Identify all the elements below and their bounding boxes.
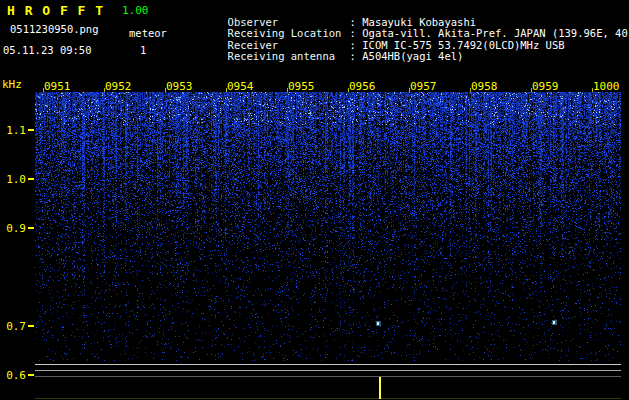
y-tick-mark bbox=[28, 129, 34, 131]
info-row-observer: Observer: Masayuki Kobayashi bbox=[177, 4, 629, 15]
x-tick-label: 0952 bbox=[105, 81, 132, 92]
info-colon: : bbox=[350, 16, 363, 28]
observation-datetime: 05.11.23 09:50 bbox=[3, 45, 92, 56]
signal-baseline bbox=[35, 398, 621, 399]
y-axis-unit-label: kHz bbox=[2, 79, 22, 90]
info-label: Observer bbox=[228, 16, 350, 28]
y-tick-mark bbox=[28, 178, 34, 180]
x-tick-label: 0958 bbox=[471, 81, 498, 92]
signal-level-line bbox=[35, 376, 621, 377]
y-tick-label: 0.9 bbox=[0, 223, 26, 234]
y-tick-mark bbox=[28, 227, 34, 229]
app-title: H R O F F T bbox=[7, 4, 104, 17]
info-value: Masayuki Kobayashi bbox=[362, 16, 476, 28]
signal-level-line bbox=[35, 370, 621, 371]
x-tick-label: 0951 bbox=[44, 81, 71, 92]
y-tick-label: 0.6 bbox=[0, 370, 26, 381]
signal-level-line bbox=[35, 364, 621, 365]
x-tick-label: 1000 bbox=[593, 81, 620, 92]
info-value: Ogata-vill. Akita-Pref. JAPAN (139.96E, … bbox=[362, 27, 629, 39]
station-info-block: Observer: Masayuki Kobayashi Receiving L… bbox=[177, 4, 629, 49]
y-tick-label: 0.7 bbox=[0, 321, 26, 332]
y-tick-mark bbox=[28, 325, 34, 327]
mode-label: meteor bbox=[129, 28, 167, 39]
x-tick-label: 0956 bbox=[349, 81, 376, 92]
spectrogram-canvas bbox=[35, 92, 621, 361]
signal-spike bbox=[379, 377, 381, 399]
info-colon: : bbox=[350, 27, 363, 39]
observation-count: 1 bbox=[140, 45, 146, 56]
output-filename: 0511230950.png bbox=[10, 24, 99, 35]
x-tick-label: 0955 bbox=[288, 81, 315, 92]
x-tick-label: 0954 bbox=[227, 81, 254, 92]
info-label: Receiving antenna bbox=[228, 50, 350, 62]
info-value: ICOM IC-575 53.7492(0LCD)MHz USB bbox=[362, 39, 564, 51]
y-tick-label: 1.1 bbox=[0, 125, 26, 136]
info-value: A504HB(yagi 4el) bbox=[362, 50, 463, 62]
hrofft-window: H R O F F T 1.00 0511230950.png meteor 0… bbox=[0, 0, 629, 400]
info-label: Receiving Location bbox=[228, 27, 350, 39]
info-colon: : bbox=[350, 39, 363, 51]
info-label: Receiver bbox=[228, 39, 350, 51]
y-tick-mark bbox=[28, 374, 34, 376]
x-tick-label: 0953 bbox=[166, 81, 193, 92]
version-label: 1.00 bbox=[122, 5, 149, 16]
x-tick-label: 0959 bbox=[532, 81, 559, 92]
x-tick-label: 0957 bbox=[410, 81, 437, 92]
y-tick-label: 1.0 bbox=[0, 174, 26, 185]
info-colon: : bbox=[350, 50, 363, 62]
